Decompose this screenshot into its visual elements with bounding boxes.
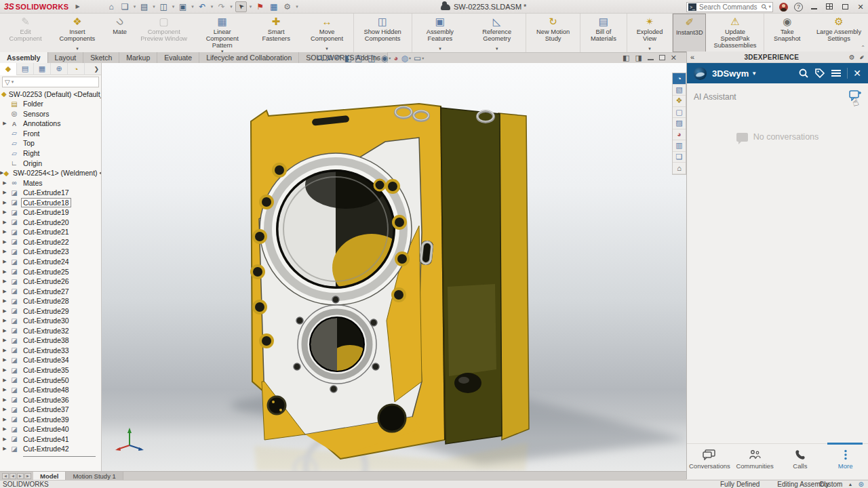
task-pane-tab-icon[interactable] [673, 73, 686, 85]
expand-arrow-icon[interactable]: ▶ [0, 378, 9, 383]
ribbon-button[interactable]: Exploded View [627, 14, 673, 52]
ribbon-button[interactable]: Reference Geometry [468, 14, 526, 52]
ribbon-button[interactable]: Instant3D [673, 14, 706, 52]
tree-item[interactable]: ▶ Mates [0, 178, 101, 188]
ribbon-button[interactable]: Insert Components [50, 14, 105, 52]
tree-root-item[interactable]: SW-02253 (Default) <Default_Displa [0, 89, 101, 99]
tree-item[interactable]: ▶ Cut-Extrude19 [0, 207, 101, 218]
expand-arrow-icon[interactable]: ▶ [0, 357, 9, 363]
expand-arrow-icon[interactable]: ▶ [0, 239, 9, 245]
panel-pin-icon[interactable]: ✒ [857, 52, 867, 62]
tree-item[interactable]: ▶ Cut-Extrude39 [0, 415, 101, 425]
ribbon-button[interactable]: Move Component [301, 14, 354, 52]
expand-arrow-icon[interactable]: ▶ [0, 298, 9, 304]
menu-hamburger-icon[interactable] [831, 68, 842, 78]
undo-caret[interactable]: ▾ [211, 4, 214, 9]
task-pane-tab-icon[interactable] [673, 163, 686, 174]
expand-arrow-icon[interactable]: ▶ [0, 436, 9, 442]
expand-arrow-icon[interactable]: ▶ [0, 446, 9, 451]
command-tab[interactable]: Lifecycle and Collaboration [199, 52, 299, 63]
headsup-toolbar-icon[interactable] [368, 54, 378, 63]
print-caret[interactable]: ▾ [191, 4, 194, 9]
panel-close-icon[interactable]: ✕ [853, 68, 861, 79]
task-pane-tab-icon[interactable] [673, 118, 686, 129]
tree-item[interactable]: ▶ Origin [0, 158, 101, 168]
restore-button[interactable] [840, 3, 850, 11]
tree-item[interactable]: ▶ Cut-Extrude37 [0, 405, 101, 415]
command-tab[interactable]: Layout [48, 52, 84, 63]
headsup-toolbar-icon[interactable] [344, 54, 352, 63]
expand-arrow-icon[interactable]: ▶ [0, 190, 9, 195]
tree-item[interactable]: ▶ SW-02254<1> (Weldment) <W [0, 168, 101, 178]
ribbon-button[interactable]: Bill of Materials [580, 14, 627, 52]
ribbon-button[interactable]: Take Snapshot [764, 14, 810, 52]
tree-item[interactable]: ▶ Cut-Extrude41 [0, 434, 101, 445]
expand-arrow-icon[interactable]: ▶ [0, 229, 9, 235]
task-pane-tab-icon[interactable] [673, 96, 686, 107]
select-caret[interactable]: ▾ [250, 4, 252, 9]
nav-calls[interactable]: Calls [778, 444, 823, 474]
tab-motion-study[interactable]: Motion Study 1 [66, 472, 123, 480]
select-tool-icon[interactable]: ➤ [235, 1, 247, 12]
doc-close-icon[interactable]: ✕ [671, 54, 677, 62]
expand-arrow-icon[interactable]: ▶ [0, 426, 9, 432]
menu-expand-arrow-icon[interactable]: ▶ [75, 3, 79, 9]
expand-arrow-icon[interactable]: ▶ [0, 407, 9, 412]
expand-arrow-icon[interactable]: ▶ [0, 289, 9, 294]
tree-item[interactable]: ▶ Cut-Extrude23 [0, 247, 101, 257]
status-globe-icon[interactable]: ⊛ [858, 481, 863, 488]
tree-item[interactable]: ▶ Annotations [0, 119, 101, 129]
tree-item[interactable]: ▶ Cut-Extrude17 [0, 188, 101, 198]
expand-arrow-icon[interactable]: ▶ [0, 397, 9, 403]
save-caret[interactable]: ▾ [172, 4, 175, 9]
tree-item[interactable]: ▶ Cut-Extrude27 [0, 286, 101, 296]
command-tab[interactable]: Sketch [83, 52, 119, 63]
minimize-button[interactable] [809, 3, 818, 11]
task-pane-tab-icon[interactable] [673, 129, 686, 141]
tree-item[interactable]: ▶ Cut-Extrude26 [0, 277, 101, 287]
expand-arrow-icon[interactable]: ▶ [0, 318, 9, 323]
tab-scroll-buttons[interactable]: ◀◀▶▶ [0, 472, 33, 480]
task-pane-tab-icon[interactable] [673, 107, 686, 119]
tab-dimxpert-icon[interactable]: ⊕ [51, 63, 68, 75]
save-icon[interactable]: ◫ [158, 1, 170, 12]
task-pane-tab-icon[interactable] [673, 85, 686, 96]
tree-item[interactable]: ▶ Cut-Extrude21 [0, 227, 101, 237]
nav-conversations[interactable]: Conversations [687, 444, 732, 474]
search-caret-icon[interactable]: ▾ [768, 4, 771, 9]
close-button[interactable]: ✕ [856, 3, 865, 12]
ribbon-button[interactable]: Linear Component Pattern [193, 14, 252, 52]
expand-arrow-icon[interactable]: ▶ [0, 220, 9, 225]
tree-item[interactable]: ▶ Cut-Extrude48 [0, 385, 101, 395]
tab-featuremanager-icon[interactable]: ◆ [0, 63, 17, 75]
tab-model[interactable]: Model [33, 472, 66, 480]
file-properties-icon[interactable]: ▦ [268, 1, 279, 12]
expand-arrow-icon[interactable]: ▶ [0, 417, 9, 422]
tree-item[interactable]: ▶ Cut-Extrude38 [0, 336, 101, 346]
home-icon[interactable]: ⌂ [106, 1, 117, 12]
tree-item[interactable]: ▶ Cut-Extrude25 [0, 266, 101, 277]
ribbon-button[interactable]: Large Assembly Settings [810, 14, 868, 52]
options-caret[interactable]: ▾ [296, 4, 298, 9]
tree-item[interactable]: ▶ Cut-Extrude42 [0, 444, 101, 454]
headsup-toolbar-icon[interactable] [381, 54, 391, 63]
expand-arrow-icon[interactable]: ▶ [0, 279, 9, 284]
headsup-toolbar-icon[interactable] [414, 54, 424, 63]
print-icon[interactable]: ▣ [177, 1, 189, 12]
ribbon-button[interactable]: Update SpeedPak Subassemblies [706, 14, 764, 52]
open-caret[interactable]: ▾ [153, 4, 155, 9]
task-pane-tab-icon[interactable] [673, 152, 686, 163]
tree-item[interactable]: ▶ Sensors [0, 109, 101, 119]
headsup-toolbar-icon[interactable] [393, 54, 398, 63]
expand-arrow-icon[interactable]: ▶ [0, 387, 9, 392]
ribbon-button[interactable]: Mate [105, 14, 135, 52]
tabs-overflow-icon[interactable]: ❯ [94, 66, 101, 73]
tree-item[interactable]: ▶ Cut-Extrude33 [0, 346, 101, 356]
ribbon-button[interactable]: Show Hidden Components [354, 14, 412, 52]
expand-arrow-icon[interactable]: ▶ [0, 308, 9, 314]
nav-more[interactable]: More [823, 444, 868, 474]
new-document-icon[interactable]: ❏ [119, 1, 131, 12]
new-document-caret[interactable]: ▾ [134, 4, 136, 9]
expand-arrow-icon[interactable]: ▶ [0, 367, 9, 373]
rebuild-status-icon[interactable]: ⚑ [254, 1, 266, 12]
